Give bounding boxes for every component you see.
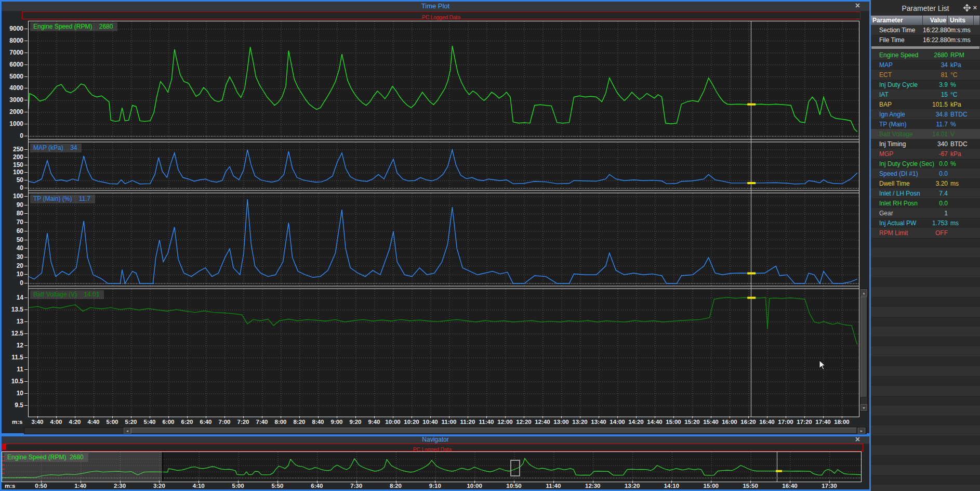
- x-tick-mark: [655, 416, 655, 418]
- y-tick-label: 90: [3, 201, 23, 209]
- y-tick-mark: [24, 41, 28, 41]
- empty-row: [871, 327, 980, 337]
- close-icon[interactable]: ×: [855, 435, 860, 444]
- x-tick-mark: [823, 416, 824, 418]
- parameter-row[interactable]: RPM LimitOFF: [871, 228, 980, 238]
- parameter-row[interactable]: Inlet RH Posn0.0: [871, 198, 980, 208]
- x-tick-mark: [299, 416, 300, 418]
- navigator-chart[interactable]: Engine Speed (RPM) 2680: [2, 451, 862, 482]
- panel-splitter[interactable]: [29, 286, 859, 289]
- parameter-name: Inlet RH Posn: [871, 200, 923, 207]
- y-tick-label: 10: [3, 270, 23, 278]
- panel-splitter[interactable]: [29, 190, 859, 193]
- parameter-row[interactable]: ECT81°C: [871, 70, 980, 80]
- parameter-list-header[interactable]: Parameter Value Units: [871, 16, 980, 25]
- vertical-scrollbar[interactable]: ▲ ▼: [860, 289, 868, 411]
- parameter-name: Batt Voltage: [871, 131, 923, 138]
- x-tick-mark: [131, 416, 131, 418]
- parameter-units: BTDC: [950, 140, 976, 148]
- y-tick-label: 150: [3, 161, 23, 169]
- x-tick-mark: [337, 416, 337, 418]
- parameter-units: %: [950, 121, 976, 128]
- x-tick-mark: [150, 416, 150, 418]
- parameter-row[interactable]: Section Time16:22.880m:s:ms: [871, 25, 980, 35]
- parameter-units: °C: [950, 71, 976, 79]
- empty-row: [871, 386, 980, 396]
- parameter-row[interactable]: Inj Actual PW1.753ms: [871, 218, 980, 228]
- x-tick-mark: [711, 481, 711, 483]
- parameter-row[interactable]: BAP101.5kPa: [871, 99, 980, 109]
- panel-splitter[interactable]: [29, 139, 859, 143]
- empty-row: [871, 425, 980, 435]
- y-tick-mark: [24, 88, 28, 88]
- x-tick-label: 5:00: [227, 483, 249, 489]
- column-header-units: Units: [948, 16, 974, 25]
- panel-label-chip: MAP (kPa) 34: [30, 144, 82, 152]
- parameter-row[interactable]: Ign Angle34.8BTDC: [871, 109, 980, 119]
- scroll-up-button[interactable]: ▲: [860, 289, 867, 296]
- y-tick-label: 13.5: [3, 306, 23, 313]
- empty-row: [871, 257, 980, 267]
- parameter-row[interactable]: Gear1: [871, 208, 980, 218]
- parameter-row[interactable]: Engine Speed2680RPM: [871, 50, 980, 60]
- parameter-row[interactable]: MGP-67kPa: [871, 149, 980, 159]
- x-tick-mark: [474, 481, 475, 483]
- x-tick-mark: [238, 481, 239, 483]
- parameter-row[interactable]: Inj Duty Cycle (Sec)0.0%: [871, 159, 980, 169]
- chart-panel-1[interactable]: MAP (kPa) 34: [29, 143, 859, 190]
- navigator-marker-box[interactable]: [510, 460, 520, 476]
- chart-panel-3[interactable]: Batt Voltage (V) 14.01: [29, 289, 859, 417]
- horizontal-scrollbar-thumb[interactable]: [131, 428, 857, 434]
- parameter-row[interactable]: Inj Timing340BTDC: [871, 139, 980, 149]
- parameter-name: ECT: [871, 71, 923, 79]
- chart-panel-2[interactable]: TP (Main) (%) 11.7: [29, 193, 859, 286]
- scroll-right-button[interactable]: ►: [858, 428, 865, 434]
- plot-area[interactable]: Engine Speed (RPM) 2680MAP (kPa) 34TP (M…: [28, 21, 859, 417]
- y-tick-label: 20: [3, 262, 23, 269]
- pc-logged-data-banner: PC Logged Data: [22, 11, 860, 19]
- parameter-row[interactable]: Dwell Time3.20ms: [871, 178, 980, 188]
- horizontal-scrollbar[interactable]: ◄ ►: [24, 427, 867, 434]
- scroll-down-button[interactable]: ▼: [860, 404, 867, 411]
- parameter-row[interactable]: Speed (DI #1)0.0: [871, 169, 980, 178]
- chart-panel-0[interactable]: Engine Speed (RPM) 2680: [29, 21, 859, 139]
- parameter-name: TP (Main): [871, 121, 923, 128]
- y-tick-mark: [24, 157, 28, 158]
- time-plot-titlebar[interactable]: Time Plot ×: [2, 2, 869, 11]
- empty-row: [871, 416, 980, 425]
- empty-row: [871, 445, 980, 455]
- x-axis-unit: m:s: [5, 483, 15, 489]
- close-icon[interactable]: ×: [855, 1, 860, 10]
- column-header-spacer: [974, 16, 980, 25]
- y-tick-label: 0: [3, 184, 23, 191]
- y-tick-mark: [24, 231, 28, 231]
- parameter-row[interactable]: Inlet / LH Posn7.4: [871, 188, 980, 198]
- scroll-left-button[interactable]: ◄: [124, 428, 131, 434]
- parameter-row[interactable]: Inj Duty Cycle3.9%: [871, 80, 980, 89]
- vertical-scrollbar-thumb[interactable]: [860, 296, 867, 397]
- parameter-row[interactable]: TP (Main)11.7%: [871, 119, 980, 129]
- y-tick-label: 100: [3, 169, 23, 176]
- y-tick-label: 2000: [3, 108, 23, 115]
- parameter-row[interactable]: MAP34kPa: [871, 60, 980, 70]
- empty-row: [871, 238, 980, 248]
- parameter-row[interactable]: File Time16:22.880m:s:ms: [871, 35, 980, 45]
- empty-row: [871, 435, 980, 445]
- x-tick-label: 8:20: [385, 483, 407, 489]
- y-axis-labels: 9000800070006000500040003000200010000250…: [2, 21, 28, 417]
- x-tick-mark: [767, 416, 767, 418]
- navigator-titlebar[interactable]: Navigator ×: [2, 436, 869, 444]
- y-tick-label: 5000: [3, 73, 23, 80]
- panel-label-chip: Batt Voltage (V) 14.01: [30, 290, 104, 299]
- move-icon[interactable]: [963, 4, 971, 11]
- parameter-row[interactable]: Batt Voltage14.01V: [871, 129, 980, 139]
- time-cursor[interactable]: [751, 21, 751, 417]
- parameter-row[interactable]: IAT15°C: [871, 89, 980, 99]
- y-tick-label: 250: [3, 146, 23, 153]
- x-tick-mark: [829, 481, 830, 483]
- parameter-value: 7.4: [923, 190, 948, 197]
- close-icon[interactable]: ×: [973, 4, 977, 11]
- parameter-value: 34: [923, 61, 948, 69]
- navigator-time-cursor[interactable]: [777, 452, 777, 482]
- empty-row: [871, 248, 980, 257]
